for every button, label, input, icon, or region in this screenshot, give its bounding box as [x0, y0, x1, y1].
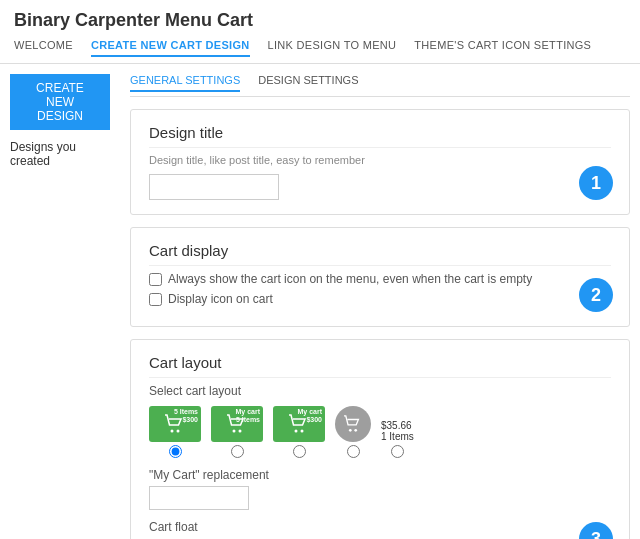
cart-option-5: $35.66 1 Items [381, 420, 414, 458]
cart-layout-card: Cart layout Select cart layout 5 I [130, 339, 630, 539]
design-title-card: Design title Design title, like post tit… [130, 109, 630, 215]
svg-point-4 [295, 430, 298, 433]
main-content: GENERAL SETTINGS DESIGN SETTINGS Design … [120, 74, 640, 539]
mycart-replacement-input[interactable] [149, 486, 249, 510]
cart-icon-5: $35.66 1 Items [381, 420, 414, 442]
tab-design-settings[interactable]: DESIGN SETTINGS [258, 74, 358, 92]
cart-layout-radio-1[interactable] [169, 445, 182, 458]
display-icon-checkbox[interactable] [149, 293, 162, 306]
svg-point-2 [233, 430, 236, 433]
design-title-heading: Design title [149, 124, 611, 148]
design-title-input[interactable] [149, 174, 279, 200]
select-layout-label: Select cart layout [149, 384, 611, 398]
layout5-price: $35.66 [381, 420, 412, 431]
svg-point-0 [171, 430, 174, 433]
layout2-top: My cart [235, 408, 260, 416]
display-icon-label: Display icon on cart [168, 292, 273, 306]
page-header: Binary Carpenter Menu Cart WELCOME CREAT… [0, 0, 640, 64]
cart-option-1: 5 Items $300 [149, 406, 201, 458]
svg-point-5 [301, 430, 304, 433]
design-title-desc: Design title, like post title, easy to r… [149, 154, 611, 166]
designs-created-label: Designs you created [10, 140, 110, 168]
cart-svg-4 [343, 415, 363, 433]
cart-layout-radio-4[interactable] [347, 445, 360, 458]
page-wrapper: Binary Carpenter Menu Cart WELCOME CREAT… [0, 0, 640, 539]
cart-layout-options: 5 Items $300 [149, 406, 611, 458]
cart-icon-1: 5 Items $300 [149, 406, 201, 442]
left-sidebar: CREATE NEW DESIGN Designs you created [0, 74, 120, 539]
display-icon-checkbox-row: Display icon on cart [149, 292, 611, 306]
nav-tabs: WELCOME CREATE NEW CART DESIGN LINK DESI… [14, 39, 626, 57]
cart-option-3: My cart $300 [273, 406, 325, 458]
cart-layout-radio-2[interactable] [231, 445, 244, 458]
sub-tabs: GENERAL SETTINGS DESIGN SETTINGS [130, 74, 630, 97]
layout5-count: 1 Items [381, 431, 414, 442]
cart-option-4 [335, 406, 371, 458]
svg-point-3 [239, 430, 242, 433]
svg-point-6 [349, 429, 352, 432]
cart-display-heading: Cart display [149, 242, 611, 266]
svg-point-1 [177, 430, 180, 433]
cart-layout-radio-3[interactable] [293, 445, 306, 458]
layout1-bottom: $300 [174, 416, 198, 424]
mycart-replacement-label: "My Cart" replacement [149, 468, 611, 482]
always-show-label: Always show the cart icon on the menu, e… [168, 272, 532, 286]
cart-icon-4 [335, 406, 371, 442]
nav-tab-themes[interactable]: THEME'S CART ICON SETTINGS [414, 39, 591, 57]
cart-display-card: Cart display Always show the cart icon o… [130, 227, 630, 327]
step-2-badge: 2 [579, 278, 613, 312]
nav-tab-link[interactable]: LINK DESIGN TO MENU [268, 39, 397, 57]
tab-general-settings[interactable]: GENERAL SETTINGS [130, 74, 240, 92]
always-show-checkbox-row: Always show the cart icon on the menu, e… [149, 272, 611, 286]
svg-point-7 [354, 429, 357, 432]
always-show-checkbox[interactable] [149, 273, 162, 286]
layout1-top: 5 Items [174, 408, 198, 416]
nav-tab-welcome[interactable]: WELCOME [14, 39, 73, 57]
page-title: Binary Carpenter Menu Cart [14, 10, 626, 31]
cart-float-label: Cart float [149, 520, 611, 534]
step-1-badge: 1 [579, 166, 613, 200]
cart-icon-2: My cart 5 Items [211, 406, 263, 442]
create-new-design-button[interactable]: CREATE NEW DESIGN [10, 74, 110, 130]
layout2-bottom: 5 Items [235, 416, 260, 424]
cart-icon-3: My cart $300 [273, 406, 325, 442]
cart-option-2: My cart 5 Items [211, 406, 263, 458]
content-area: CREATE NEW DESIGN Designs you created GE… [0, 64, 640, 539]
cart-layout-heading: Cart layout [149, 354, 611, 378]
layout3-bottom: $300 [297, 416, 322, 424]
nav-tab-create[interactable]: CREATE NEW CART DESIGN [91, 39, 250, 57]
cart-layout-radio-5[interactable] [391, 445, 404, 458]
layout3-top: My cart [297, 408, 322, 416]
